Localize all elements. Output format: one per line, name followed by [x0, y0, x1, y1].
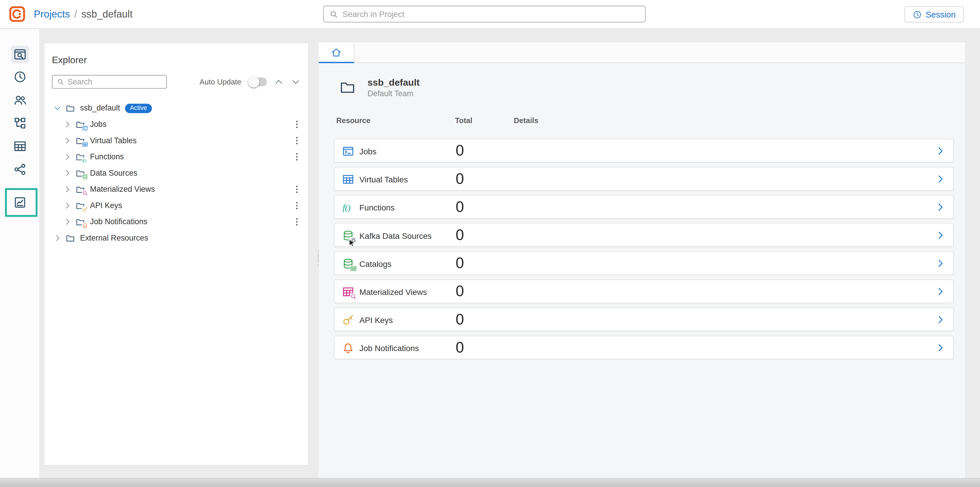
kebab-menu-icon[interactable]	[292, 201, 302, 210]
row-functions[interactable]: Functions 0	[334, 195, 954, 219]
nav-tables-icon[interactable]	[11, 137, 29, 155]
project-folder-icon	[337, 80, 357, 96]
tree-item-label: ssb_default	[80, 104, 120, 113]
session-button[interactable]: Session	[904, 6, 964, 22]
clock-icon	[912, 10, 922, 19]
resource-rows: Jobs 0 Virtual Tables 0 Functions 0	[334, 139, 954, 364]
kebab-menu-icon[interactable]	[292, 152, 302, 162]
resource-total: 0	[455, 254, 464, 272]
resource-label: Kafka Data Sources	[359, 231, 431, 240]
row-job-notifications[interactable]: Job Notifications 0	[334, 336, 954, 359]
breadcrumb-current-project: ssb_default	[81, 9, 132, 20]
explorer-search-box[interactable]	[52, 75, 167, 89]
resource-total: 0	[455, 310, 464, 328]
tree-item-external-resources[interactable]: External Resources	[45, 230, 308, 247]
tree-item-label: Jobs	[90, 120, 107, 129]
tree-item-materialized-views[interactable]: Materialized Views	[45, 181, 308, 197]
resource-total: 0	[455, 339, 464, 356]
chevron-right-icon[interactable]	[63, 185, 72, 194]
resource-label: API Keys	[359, 315, 393, 325]
resource-label: Virtual Tables	[359, 175, 408, 184]
resource-label: Catalogs	[359, 259, 391, 268]
home-icon	[331, 46, 342, 57]
jobs-icon	[342, 145, 354, 158]
chevron-right-icon[interactable]	[935, 173, 945, 184]
row-kafka-data-sources[interactable]: Kafka Data Sources 0	[334, 223, 954, 247]
resource-label: Functions	[359, 203, 395, 212]
nav-sql-history-icon[interactable]	[11, 68, 29, 86]
chevron-right-icon[interactable]	[63, 136, 72, 145]
folder-icon	[65, 233, 75, 243]
header-details: Details	[514, 116, 538, 125]
chevron-right-icon[interactable]	[935, 258, 945, 269]
kebab-menu-icon[interactable]	[292, 217, 302, 227]
nav-monitoring-icon[interactable]	[11, 194, 29, 211]
tab-strip	[319, 42, 965, 63]
cloudera-logo-icon[interactable]	[9, 6, 26, 22]
tree-item-api-keys[interactable]: API Keys	[45, 197, 308, 214]
nav-explorer-icon[interactable]	[11, 46, 29, 63]
chevron-right-icon[interactable]	[63, 120, 72, 129]
expand-all-icon[interactable]	[291, 77, 301, 87]
tree-item-job-notifications[interactable]: Job Notifications	[45, 214, 308, 230]
row-api-keys[interactable]: API Keys 0	[334, 307, 954, 331]
project-name: ssb_default	[368, 77, 420, 88]
kebab-menu-icon[interactable]	[292, 185, 302, 194]
search-icon	[329, 10, 338, 18]
tree-item-data-sources[interactable]: Data Sources	[45, 165, 308, 181]
kebab-menu-icon[interactable]	[292, 135, 302, 146]
row-materialized-views[interactable]: Materialized Views 0	[334, 280, 954, 303]
nav-teams-icon[interactable]	[11, 91, 29, 109]
breadcrumb-projects-link[interactable]: Projects	[33, 9, 70, 20]
explorer-search-input[interactable]	[68, 78, 166, 86]
tree-item-label: Functions	[90, 153, 124, 161]
chevron-right-icon[interactable]	[935, 314, 945, 325]
active-status-badge: Active	[125, 103, 152, 113]
tab-home[interactable]	[319, 42, 354, 63]
row-catalogs[interactable]: Catalogs 0	[334, 251, 954, 275]
nav-rail	[0, 29, 40, 477]
chevron-right-icon[interactable]	[53, 234, 62, 243]
chevron-right-icon[interactable]	[63, 153, 72, 161]
tree-item-functions[interactable]: Functions	[45, 149, 308, 165]
tree-item-jobs[interactable]: Jobs	[45, 116, 308, 133]
project-header: ssb_default Default Team	[337, 77, 420, 98]
functions-icon	[342, 201, 354, 214]
tree-item-virtual-tables[interactable]: Virtual Tables	[45, 132, 308, 149]
folder-icon	[65, 103, 75, 113]
job-notifications-icon	[342, 342, 354, 354]
auto-update-toggle[interactable]	[248, 78, 267, 86]
chevron-right-icon[interactable]	[935, 342, 945, 353]
kafka-data-sources-icon	[342, 229, 354, 242]
chevron-right-icon[interactable]	[63, 218, 72, 226]
nav-data-sources-icon[interactable]	[11, 161, 29, 178]
resource-total: 0	[455, 226, 464, 244]
nav-connectors-icon[interactable]	[11, 114, 29, 132]
resource-label: Job Notifications	[359, 344, 419, 353]
project-search-box[interactable]	[323, 6, 646, 22]
breadcrumb-separator: /	[74, 9, 77, 20]
virtual-tables-icon	[342, 173, 354, 186]
chevron-right-icon[interactable]	[63, 201, 72, 210]
api-keys-icon	[342, 314, 354, 326]
project-overview: ssb_default Default Team Resource Total …	[319, 63, 965, 477]
resource-total: 0	[455, 282, 464, 300]
chevron-right-icon[interactable]	[935, 230, 945, 240]
session-button-label: Session	[926, 10, 956, 19]
project-search-input[interactable]	[343, 10, 645, 19]
tree-item-project-root[interactable]: ssb_default Active	[45, 100, 308, 116]
chevron-right-icon[interactable]	[63, 169, 72, 177]
chevron-right-icon[interactable]	[935, 146, 945, 156]
explorer-panel: Explorer Auto Update ssb_default Active	[44, 42, 309, 465]
functions-folder-icon	[75, 152, 86, 162]
virtual-tables-folder-icon	[75, 136, 86, 145]
row-jobs[interactable]: Jobs 0	[334, 139, 954, 162]
collapse-all-icon[interactable]	[274, 77, 283, 87]
project-tree: ssb_default Active Jobs Virtual Tables	[45, 100, 308, 246]
chevron-right-icon[interactable]	[935, 202, 945, 213]
chevron-down-icon[interactable]	[53, 104, 62, 113]
chevron-right-icon[interactable]	[935, 286, 945, 297]
row-virtual-tables[interactable]: Virtual Tables 0	[334, 167, 954, 191]
resource-label: Materialized Views	[359, 287, 427, 296]
kebab-menu-icon[interactable]	[292, 119, 302, 129]
